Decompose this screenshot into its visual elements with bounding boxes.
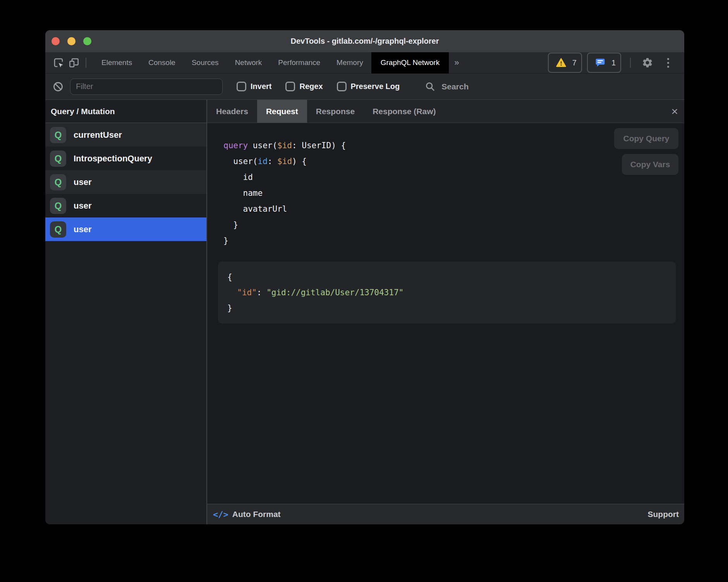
filter-input[interactable]: [70, 79, 223, 95]
minimize-window-button[interactable]: [67, 37, 76, 45]
close-detail-icon[interactable]: ×: [671, 100, 678, 123]
checkbox-box-regex[interactable]: [285, 82, 295, 91]
checkbox-regex[interactable]: Regex: [285, 82, 323, 91]
warning-triangle-icon: [553, 55, 569, 70]
device-toolbar-icon[interactable]: [66, 55, 82, 70]
query-list-header: Query / Mutation: [45, 100, 206, 123]
query-name: currentUser: [74, 130, 122, 140]
checkbox-box-preserve-log[interactable]: [337, 82, 347, 91]
message-bubble-icon: [592, 55, 608, 70]
query-type-badge: Q: [50, 127, 66, 143]
warnings-badge[interactable]: 7: [548, 53, 582, 73]
checkbox-label: Preserve Log: [351, 82, 400, 91]
issues-badge[interactable]: 1: [587, 53, 621, 73]
toolbar-separator: [86, 58, 86, 68]
panel-tabs: ElementsConsoleSourcesNetworkPerformance…: [93, 52, 449, 74]
checkbox-invert[interactable]: Invert: [237, 82, 271, 91]
request-tab-content: query user($id: UserID) { user(id: $id) …: [207, 123, 684, 504]
filter-checkboxes: InvertRegexPreserve Log: [223, 82, 400, 91]
tab-memory[interactable]: Memory: [328, 52, 371, 74]
detail-tab-headers[interactable]: Headers: [207, 100, 257, 123]
query-list-panel: Query / Mutation QcurrentUserQIntrospect…: [45, 100, 207, 524]
detail-panel: HeadersRequestResponseResponse (Raw) × q…: [207, 100, 684, 524]
detail-tab-response-raw[interactable]: Response (Raw): [364, 100, 445, 123]
fullscreen-window-button[interactable]: [83, 37, 91, 45]
detail-tab-request[interactable]: Request: [257, 100, 307, 123]
tab-sources[interactable]: Sources: [184, 52, 227, 74]
filter-bar: InvertRegexPreserve Log Search: [45, 74, 684, 100]
checkbox-box-invert[interactable]: [237, 82, 246, 91]
copy-vars-button[interactable]: Copy Vars: [622, 154, 678, 175]
main-toolbar: ElementsConsoleSourcesNetworkPerformance…: [45, 52, 684, 74]
auto-format-label: Auto Format: [232, 510, 281, 519]
checkbox-label: Regex: [299, 82, 323, 91]
detail-tabs: HeadersRequestResponseResponse (Raw): [207, 100, 445, 123]
detail-footer: </> Auto Format Support: [207, 504, 684, 524]
traffic-lights: [52, 30, 91, 52]
tab-network[interactable]: Network: [227, 52, 270, 74]
query-name: IntrospectionQuery: [74, 154, 152, 164]
search-toggle[interactable]: Search: [417, 80, 469, 93]
query-name: user: [74, 224, 91, 235]
titlebar: DevTools - gitlab.com/-/graphql-explorer: [45, 30, 684, 52]
tab-console[interactable]: Console: [140, 52, 184, 74]
more-tabs-button[interactable]: »: [449, 58, 464, 68]
query-name: user: [74, 201, 91, 211]
inspect-element-icon[interactable]: [51, 55, 66, 70]
query-list: QcurrentUserQIntrospectionQueryQuserQuse…: [45, 123, 206, 241]
query-name: user: [74, 177, 91, 187]
query-type-badge: Q: [50, 151, 66, 167]
tab-graphql-network[interactable]: GraphQL Network: [371, 52, 449, 74]
request-variables-box: { "id": "gid://gitlab/User/13704317"}: [218, 262, 676, 324]
copy-query-button[interactable]: Copy Query: [614, 128, 678, 149]
devtools-window: DevTools - gitlab.com/-/graphql-explorer…: [45, 30, 684, 524]
query-list-item[interactable]: QIntrospectionQuery: [45, 147, 206, 170]
query-type-badge: Q: [50, 174, 66, 190]
search-icon: [424, 80, 437, 93]
tab-performance[interactable]: Performance: [270, 52, 328, 74]
toolbar-separator: [630, 58, 631, 68]
detail-tabs-row: HeadersRequestResponseResponse (Raw) ×: [207, 100, 684, 123]
checkbox-preserve-log[interactable]: Preserve Log: [337, 82, 400, 91]
warning-count: 7: [572, 58, 577, 67]
code-brackets-icon: </>: [213, 510, 228, 519]
request-query-code: query user($id: UserID) { user(id: $id) …: [207, 123, 684, 249]
window-title: DevTools - gitlab.com/-/graphql-explorer: [290, 37, 439, 46]
detail-tab-response[interactable]: Response: [307, 100, 364, 123]
close-window-button[interactable]: [52, 37, 60, 45]
clear-block-icon[interactable]: [52, 80, 65, 93]
kebab-menu-icon[interactable]: [660, 55, 676, 70]
query-type-badge: Q: [50, 221, 66, 238]
checkbox-label: Invert: [251, 82, 271, 91]
content-area: Query / Mutation QcurrentUserQIntrospect…: [45, 100, 684, 524]
support-link[interactable]: Support: [648, 510, 679, 519]
query-list-item[interactable]: QcurrentUser: [45, 123, 206, 147]
message-count: 1: [611, 58, 616, 67]
query-list-item[interactable]: Quser: [45, 170, 206, 194]
toolbar-right-cluster: 7 1: [548, 53, 684, 73]
query-list-item[interactable]: Quser: [45, 217, 206, 241]
tab-elements[interactable]: Elements: [93, 52, 140, 74]
query-list-item[interactable]: Quser: [45, 194, 206, 217]
settings-gear-icon[interactable]: [640, 55, 655, 70]
auto-format-button[interactable]: </> Auto Format: [213, 510, 281, 519]
query-type-badge: Q: [50, 198, 66, 214]
search-label: Search: [441, 82, 469, 91]
